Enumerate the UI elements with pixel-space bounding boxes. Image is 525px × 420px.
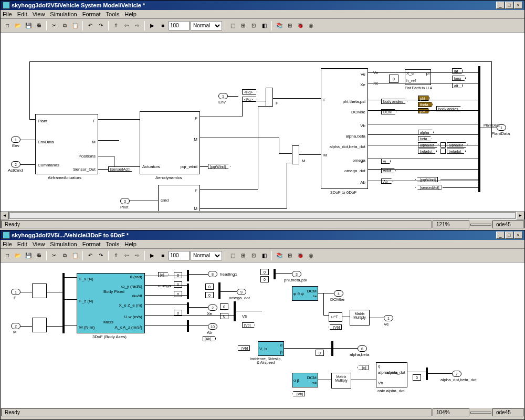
tool-b-icon[interactable]: ⊞ bbox=[238, 251, 248, 260]
block-3dof-body-axes[interactable]: F_x (N) F_z (N) M (N-m) θ (rad) ω_y (rad… bbox=[77, 273, 145, 333]
new-button[interactable]: □ bbox=[3, 251, 12, 260]
block-3dof-to-6dof[interactable]: F M Ve Xe phi,theta,psi DCMbe Vb alpha,b… bbox=[321, 68, 368, 189]
new-button[interactable]: □ bbox=[3, 21, 12, 30]
goto-long[interactable]: long bbox=[452, 76, 466, 81]
scope-betadot[interactable] bbox=[440, 149, 446, 154]
stop-time-input[interactable] bbox=[169, 251, 190, 260]
sum-f[interactable] bbox=[266, 88, 273, 107]
goto-sensedact[interactable]: [sensedAct] bbox=[108, 166, 134, 172]
mux-vb[interactable] bbox=[234, 301, 236, 321]
inport-env2[interactable]: 1 bbox=[218, 93, 228, 99]
outport-ab[interactable]: 10 bbox=[208, 323, 217, 330]
open-button[interactable]: 📂 bbox=[13, 21, 23, 30]
goto-ab2[interactable]: [Ab] bbox=[203, 336, 216, 341]
from-q[interactable]: [q] bbox=[358, 365, 369, 370]
copy-button[interactable]: ⧉ bbox=[60, 21, 69, 30]
from-vb4[interactable]: [Vb] bbox=[237, 345, 250, 351]
from-pqrwind[interactable]: [pqrWind] bbox=[415, 177, 438, 182]
nav-fwd-button[interactable]: ⇨ bbox=[132, 21, 142, 30]
target-button[interactable]: ◎ bbox=[306, 251, 316, 260]
outport-abdot[interactable]: 7 bbox=[452, 371, 461, 377]
titlebar[interactable]: skyhogg3dof2V5/Vehicle System Model/Vehi… bbox=[1, 1, 524, 10]
print-button[interactable]: 🖶 bbox=[34, 251, 44, 260]
stop-button[interactable]: ■ bbox=[158, 21, 167, 30]
model-explorer-button[interactable]: ⊞ bbox=[285, 251, 295, 260]
model-explorer-button[interactable]: ⊞ bbox=[285, 21, 295, 30]
tool-a-icon[interactable]: ⬚ bbox=[228, 21, 237, 30]
nav-up-button[interactable]: ⇧ bbox=[111, 251, 121, 260]
model-canvas[interactable]: 1 F 2 M F_x (N) F_z (N) M (N-m) θ (rad) … bbox=[1, 262, 524, 407]
menu-tools[interactable]: Tools bbox=[106, 11, 120, 17]
play-button[interactable]: ▶ bbox=[148, 251, 157, 260]
const-03[interactable]: 0 bbox=[174, 291, 182, 297]
menu-file[interactable]: File bbox=[3, 241, 12, 247]
redo-button[interactable]: ↷ bbox=[96, 21, 106, 30]
outport-dcmbe[interactable]: 4 bbox=[334, 290, 343, 297]
goto-betadot2[interactable]: betadot bbox=[447, 149, 466, 154]
sim-mode-select[interactable]: Normal bbox=[191, 21, 222, 30]
selector-fg1[interactable]: <Fg> bbox=[242, 89, 257, 94]
outport-phi[interactable]: 3 bbox=[292, 271, 301, 277]
stop-button[interactable]: ■ bbox=[158, 251, 167, 260]
undo-button[interactable]: ↶ bbox=[86, 21, 95, 30]
minimize-button[interactable]: _ bbox=[496, 232, 505, 239]
tool-b-icon[interactable]: ⊞ bbox=[238, 21, 248, 30]
nav-fwd-button[interactable]: ⇨ bbox=[132, 251, 142, 260]
mux-abdot[interactable] bbox=[426, 368, 428, 380]
goto-ab[interactable]: Ab bbox=[381, 178, 393, 184]
nav-back-button[interactable]: ⇦ bbox=[122, 251, 131, 260]
mux-alphabeta[interactable] bbox=[331, 341, 333, 356]
block-aerodynamics[interactable]: Actuators pqr_wind F M bbox=[140, 111, 200, 174]
inport-m[interactable]: 2 bbox=[11, 323, 20, 329]
block-dcm1[interactable]: φ θ ψ DCM be bbox=[292, 286, 318, 301]
goto-beta[interactable]: beta bbox=[418, 136, 432, 141]
outport-xe[interactable]: 2 bbox=[208, 304, 217, 311]
outport-omegadot[interactable]: 9 bbox=[237, 289, 246, 295]
mux-ab[interactable] bbox=[187, 320, 189, 332]
const-09[interactable]: 0 bbox=[220, 313, 228, 319]
selector-m[interactable] bbox=[32, 318, 47, 332]
menu-edit[interactable]: Edit bbox=[17, 11, 27, 17]
goto-betadot-c[interactable]: betadot bbox=[418, 149, 437, 154]
paste-button[interactable]: 📋 bbox=[70, 21, 80, 30]
undo-button[interactable]: ↶ bbox=[86, 251, 95, 260]
const-12[interactable]: 0 bbox=[316, 350, 324, 356]
menu-edit[interactable]: Edit bbox=[17, 241, 27, 247]
const-10[interactable]: 0 bbox=[260, 269, 269, 275]
goto-psi[interactable]: psi bbox=[418, 108, 429, 113]
outport-heading[interactable]: 8 bbox=[208, 271, 217, 277]
const-08[interactable]: 0 bbox=[220, 303, 228, 310]
goto-q[interactable]: [q] bbox=[158, 272, 169, 277]
block-dcm2[interactable]: α β DCM wb bbox=[292, 373, 318, 387]
inport-pilot[interactable]: 3 bbox=[120, 198, 130, 204]
menu-view[interactable]: View bbox=[33, 11, 45, 17]
maximize-button[interactable]: □ bbox=[505, 232, 513, 239]
minimize-button[interactable]: _ bbox=[496, 2, 505, 9]
outport-alphabeta[interactable]: 6 bbox=[358, 345, 367, 352]
library-button[interactable]: 📚 bbox=[275, 251, 284, 260]
block-transpose[interactable]: u^T bbox=[329, 312, 342, 322]
open-button[interactable]: 📂 bbox=[13, 251, 23, 260]
menu-format[interactable]: Format bbox=[82, 11, 101, 17]
goto-w[interactable]: w bbox=[381, 159, 391, 164]
redo-button[interactable]: ↷ bbox=[96, 251, 106, 260]
menu-help[interactable]: Help bbox=[124, 241, 136, 247]
from-sensedact[interactable]: [sensedAct] bbox=[415, 185, 442, 190]
menu-view[interactable]: View bbox=[33, 241, 45, 247]
plantdata-bus[interactable] bbox=[478, 66, 480, 192]
block-matmul1[interactable]: Matrix Multiply bbox=[350, 310, 370, 326]
titlebar[interactable]: skyhogg3dof2V5/.../Vehicle/3DoF to 6DoF … bbox=[1, 230, 524, 240]
mux-heading[interactable] bbox=[187, 270, 189, 281]
print-button[interactable]: 🖶 bbox=[34, 21, 44, 30]
menu-simulation[interactable]: Simulation bbox=[50, 241, 77, 247]
goto-vb[interactable]: [Vb] bbox=[242, 322, 255, 328]
from-vb3[interactable]: [Vb] bbox=[329, 324, 342, 330]
mux-phi[interactable] bbox=[274, 269, 276, 279]
goto-alt[interactable]: alt bbox=[452, 83, 463, 88]
maximize-button[interactable]: □ bbox=[505, 2, 513, 9]
const-01[interactable]: 0 bbox=[174, 272, 182, 278]
tool-c-icon[interactable]: ⊡ bbox=[249, 21, 258, 30]
const-06[interactable]: 0 bbox=[205, 284, 214, 290]
target-button[interactable]: ◎ bbox=[306, 21, 316, 30]
scroll-right-icon[interactable]: ► bbox=[516, 212, 524, 219]
